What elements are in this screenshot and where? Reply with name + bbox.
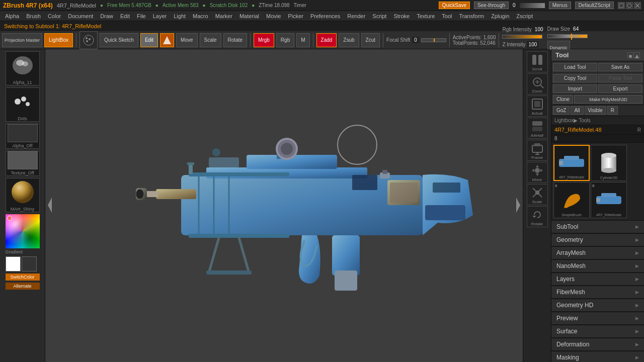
fibermesh-section-label[interactable]: FiberMesh ▶ (551, 286, 644, 299)
menu-tool[interactable]: Tool (439, 13, 455, 20)
thumb-rifle-2[interactable]: 8 4R7_RifleModel (591, 182, 627, 218)
subtool-section-label[interactable]: SubTool ▶ (551, 221, 644, 233)
menu-picker[interactable]: Picker (285, 13, 306, 20)
lightbox-scale-btn[interactable]: Scale (527, 184, 548, 205)
lightbox-move-btn[interactable]: Move (527, 162, 548, 183)
lightbox-aahalf-btn[interactable]: AAHalf (527, 118, 548, 139)
menu-zplugin[interactable]: Zplugin (488, 13, 512, 20)
alternate-button[interactable]: Alternate (6, 283, 40, 290)
rotate-button[interactable]: Rotate (223, 33, 247, 47)
menu-alpha[interactable]: Alpha (2, 13, 22, 20)
icon-btn-2[interactable] (626, 2, 633, 9)
menu-light[interactable]: Light (171, 13, 189, 20)
scale-button[interactable]: Scale (200, 33, 221, 47)
focal-shift-slider[interactable] (421, 38, 446, 42)
brush-preview[interactable] (79, 31, 98, 49)
draw-size-slider[interactable] (547, 34, 588, 38)
left-collapse-arrow[interactable] (47, 195, 53, 216)
close-window-button[interactable] (634, 2, 641, 9)
menu-marker[interactable]: Marker (212, 13, 235, 20)
menu-zscript[interactable]: Zscript (513, 13, 536, 20)
color-picker[interactable] (6, 214, 40, 248)
nanomesh-section-label[interactable]: NanoMesh ▶ (551, 260, 644, 273)
thumb-rifle-active[interactable]: 4R7_RifleModel (553, 145, 590, 181)
default-zscript-button[interactable]: DefaultZScript (575, 2, 614, 9)
tool-header-icon-1[interactable] (627, 52, 633, 58)
load-tool-button[interactable]: Load Tool (553, 63, 597, 71)
rgb-button[interactable]: Rgb (276, 33, 294, 47)
background-color[interactable] (22, 256, 37, 272)
export-button[interactable]: Export (598, 84, 642, 93)
texture-off[interactable]: Texture_Off (6, 151, 40, 176)
menus-button[interactable]: Menus (549, 2, 571, 9)
menu-stroke[interactable]: Stroke (390, 13, 413, 20)
menu-layer[interactable]: Layer (150, 13, 170, 20)
menu-movie[interactable]: Movie (263, 13, 284, 20)
switch-color-button[interactable]: SwitchColor (6, 274, 40, 281)
lightbox-rotate-btn[interactable]: Rotate (527, 206, 548, 227)
copy-tool-button[interactable]: Copy Tool (553, 74, 597, 82)
focal-shift-value[interactable]: 0 (412, 37, 419, 43)
move-button[interactable]: Move (176, 33, 197, 47)
see-through-button[interactable]: See-through (474, 2, 509, 9)
goz-button[interactable]: GoZ (553, 106, 570, 115)
lightbox-zoom-btn[interactable]: Zoom (527, 73, 548, 95)
lightbox-button[interactable]: LightBox (44, 33, 73, 47)
geometry-hd-section-label[interactable]: Geometry HD ▶ (551, 299, 644, 312)
alpha-off[interactable]: Alpha_Off (6, 124, 40, 149)
save-as-button[interactable]: Save As (598, 63, 642, 71)
material-preview[interactable]: MAH_Shiny (6, 178, 40, 212)
thumb-cylinder3d[interactable]: Cylinder3D (591, 145, 627, 181)
menu-draw[interactable]: Draw (97, 13, 116, 20)
foreground-color[interactable] (6, 256, 21, 272)
surface-section-label[interactable]: Surface ▶ (551, 325, 644, 338)
rgb-intensity-value[interactable]: 100 (533, 26, 545, 33)
tool-header-icon-2[interactable] (634, 52, 640, 58)
lightbox-actual-btn[interactable]: Actual (527, 96, 548, 117)
layers-section-label[interactable]: Layers ▶ (551, 273, 644, 286)
deformation-section-label[interactable]: Deformation ▶ (551, 338, 644, 351)
make-polymesh3d-button[interactable]: Make PolyMesh3D (574, 95, 642, 104)
mrgb-button[interactable]: Mrgb (254, 33, 274, 47)
thumb-simple-brush[interactable]: 8 SimpleBrush (553, 182, 590, 218)
lightbox-scroll-btn[interactable]: Scroll (527, 51, 548, 72)
menu-file[interactable]: File (134, 13, 149, 20)
menu-render[interactable]: Render (344, 13, 368, 20)
menu-brush[interactable]: Brush (23, 13, 44, 20)
rgb-intensity-slider[interactable] (502, 35, 542, 39)
right-collapse-arrow[interactable] (515, 195, 521, 216)
quick-sketch-button[interactable]: Quick Sketch (100, 33, 138, 47)
arraymesh-section-label[interactable]: ArrayMesh ▶ (551, 247, 644, 259)
zcut-button[interactable]: Zcut (361, 33, 380, 47)
preview-section-label[interactable]: Preview ▶ (551, 312, 644, 325)
menu-texture[interactable]: Texture (414, 13, 438, 20)
menu-transform[interactable]: Transform (456, 13, 488, 20)
import-button[interactable]: Import (553, 84, 597, 93)
quicksave-button[interactable]: QuickSave (439, 2, 470, 9)
canvas-area[interactable] (45, 49, 523, 362)
menu-color[interactable]: Color (45, 13, 64, 20)
all-button[interactable]: All (571, 106, 583, 115)
zsub-button[interactable]: Zsub (339, 33, 359, 47)
edit-button[interactable]: Edit (140, 33, 158, 47)
paste-tool-button[interactable]: Paste Tool (598, 74, 642, 82)
menu-macro[interactable]: Macro (190, 13, 211, 20)
draw-size-value[interactable]: 64 (571, 26, 581, 32)
see-through-slider[interactable] (520, 3, 545, 8)
menu-script[interactable]: Script (369, 13, 389, 20)
menu-material[interactable]: Material (236, 13, 262, 20)
clone-button[interactable]: Clone (553, 95, 573, 104)
projection-master-button[interactable]: Projection Master (2, 33, 42, 47)
m-button[interactable]: M (296, 33, 309, 47)
z-intensity-value[interactable]: 100 (527, 41, 539, 48)
dots-brush[interactable]: Dots (6, 87, 40, 122)
lightbox-frame-btn[interactable]: Frame (527, 140, 548, 161)
icon-btn-1[interactable] (618, 2, 625, 9)
draw-mode-button[interactable] (160, 33, 174, 47)
geometry-section-label[interactable]: Geometry ▶ (551, 234, 644, 246)
menu-edit[interactable]: Edit (117, 13, 133, 20)
alpha-preview[interactable]: Alpha_11 (6, 51, 40, 85)
masking-section-label[interactable]: Masking ▶ (551, 351, 644, 362)
r-button[interactable]: R (607, 106, 618, 115)
menu-document[interactable]: Document (65, 13, 96, 20)
